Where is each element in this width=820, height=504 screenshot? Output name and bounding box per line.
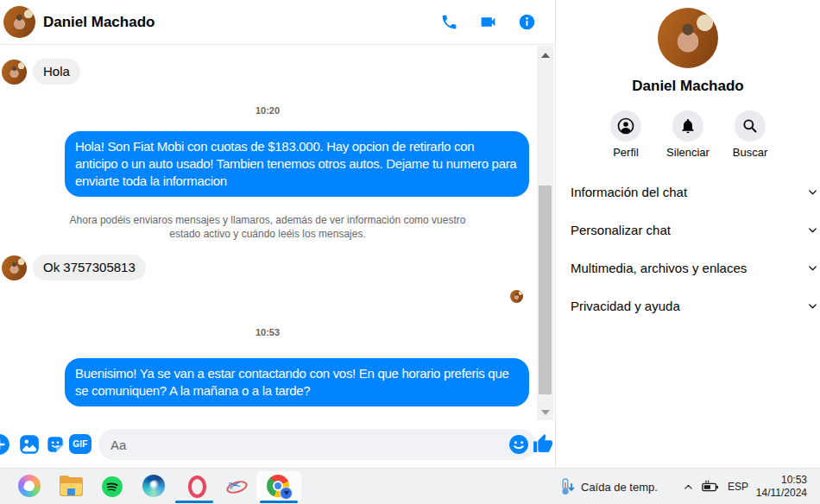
section-label: Información del chat	[571, 185, 687, 199]
profile-icon-circle	[610, 110, 641, 142]
action-label: Silenciar	[666, 146, 710, 159]
spotify-logo	[101, 476, 123, 498]
avatar	[2, 60, 27, 85]
timestamp: 10:53	[0, 327, 535, 337]
tray-time: 10:53	[781, 474, 807, 487]
chrome-logo	[267, 475, 289, 497]
action-label: Perfil	[613, 146, 639, 159]
windows-taskbar: ✂ Caída de temp. ESP 10:53 14/11/2024	[0, 468, 820, 504]
read-receipt-avatar	[510, 290, 523, 303]
chevron-down-icon	[807, 262, 818, 274]
photo-icon[interactable]	[18, 433, 41, 456]
chat-title[interactable]: Daniel Machado	[43, 14, 155, 31]
header-actions	[440, 13, 536, 31]
edge-icon[interactable]	[142, 475, 167, 499]
section-chat-info[interactable]: Información del chat	[556, 173, 820, 211]
info-icon[interactable]	[518, 13, 536, 31]
copilot-logo	[18, 475, 41, 497]
sticker-icon[interactable]	[44, 433, 66, 456]
scroll-up-arrow-icon[interactable]	[541, 53, 550, 58]
folder-window	[67, 488, 75, 495]
keyboard-language[interactable]: ESP	[728, 469, 748, 504]
snipping-logo: ✂	[225, 475, 249, 499]
message-row: Ok 3757305813	[2, 255, 146, 280]
section-customize-chat[interactable]: Personalizar chat	[556, 211, 820, 249]
mute-icon-circle	[672, 110, 703, 142]
edge-logo	[142, 475, 165, 497]
outgoing-message[interactable]: Hola! Son Fiat Mobi con cuotas de $183.0…	[65, 131, 529, 197]
tray-chevron-up-icon[interactable]	[682, 469, 695, 504]
chat-header: Daniel Machado	[0, 0, 555, 45]
search-icon	[741, 117, 759, 135]
desktop-screen: Daniel Machado Hola 10:20 Hola! Son Fiat…	[0, 0, 820, 504]
avatar	[2, 255, 27, 280]
chrome-active-indicator	[260, 501, 298, 503]
action-label: Buscar	[733, 146, 767, 159]
thumbs-up-icon[interactable]	[532, 433, 553, 455]
gif-icon[interactable]: GIF	[69, 434, 91, 454]
mute-bell-icon	[679, 117, 697, 135]
section-label: Multimedia, archivos y enlaces	[571, 261, 747, 275]
chevron-down-icon	[807, 186, 818, 198]
copilot-icon[interactable]	[18, 475, 42, 499]
message-input[interactable]	[98, 429, 536, 460]
phone-icon[interactable]	[440, 13, 458, 31]
tray-clock[interactable]: 10:53 14/11/2024	[750, 469, 807, 504]
scrollbar-thumb[interactable]	[539, 186, 552, 394]
profile-icon	[616, 117, 635, 135]
search-icon-circle	[735, 110, 766, 142]
contact-photo	[2, 255, 27, 280]
conversation-sidebar: Daniel Machado Perfil Silenciar Buscar	[556, 0, 820, 468]
search-button[interactable]: Buscar	[735, 110, 766, 159]
profile-button[interactable]: Perfil	[610, 110, 641, 159]
opera-icon[interactable]	[185, 475, 209, 499]
contact-photo	[510, 290, 523, 303]
section-label: Privacidad y ayuda	[571, 299, 680, 313]
sidebar-sections: Información del chat Personalizar chat M…	[556, 173, 820, 324]
battery-icon[interactable]	[701, 469, 720, 504]
opera-running-indicator	[175, 501, 213, 503]
weather-temperature-icon[interactable]	[557, 469, 577, 504]
chevron-down-icon	[807, 224, 818, 236]
incoming-message[interactable]: Hola	[33, 59, 80, 85]
avatar[interactable]	[658, 8, 718, 68]
folder-shape	[60, 477, 83, 496]
emoji-icon[interactable]	[508, 434, 529, 455]
file-explorer-icon[interactable]	[60, 475, 84, 499]
contact-name: Daniel Machado	[556, 78, 820, 95]
message-row: Hola	[2, 59, 80, 85]
opera-logo	[188, 476, 206, 498]
avatar[interactable]	[3, 6, 35, 38]
chevron-down-icon	[807, 300, 818, 312]
section-label: Personalizar chat	[571, 223, 671, 237]
tray-date: 14/11/2024	[756, 487, 807, 500]
snipping-tool-icon[interactable]: ✂	[225, 475, 249, 499]
contact-photo	[2, 60, 27, 85]
video-call-icon[interactable]	[479, 13, 497, 31]
thermometer-icon	[557, 476, 577, 497]
timestamp: 10:20	[0, 105, 535, 116]
outgoing-message[interactable]: Buenisimo! Ya se van a estar contactando…	[65, 358, 529, 406]
chat-pane: Daniel Machado Hola 10:20 Hola! Son Fiat…	[0, 0, 555, 468]
scroll-down-arrow-icon[interactable]	[541, 410, 550, 415]
scissors-icon: ✂	[227, 476, 243, 495]
section-media-files-links[interactable]: Multimedia, archivos y enlaces	[556, 249, 820, 287]
plus-icon[interactable]	[0, 433, 10, 456]
chrome-icon[interactable]	[267, 475, 291, 499]
message-composer: GIF	[0, 428, 555, 461]
battery-charging-icon	[701, 477, 720, 496]
chrome-badge	[280, 487, 293, 500]
weather-status-text[interactable]: Caída de temp.	[581, 469, 658, 504]
mute-button[interactable]: Silenciar	[672, 110, 703, 159]
section-privacy-help[interactable]: Privacidad y ayuda	[556, 287, 820, 324]
sidebar-actions: Perfil Silenciar Buscar	[556, 110, 820, 159]
chevron-up-icon	[682, 481, 695, 494]
contact-photo	[3, 6, 35, 38]
contact-photo	[658, 8, 718, 68]
chat-scrollbar[interactable]	[537, 46, 553, 420]
spotify-icon[interactable]	[101, 475, 125, 499]
incoming-message[interactable]: Ok 3757305813	[33, 255, 146, 280]
system-notice: Ahora podéis enviaros mensajes y llamaro…	[69, 213, 466, 241]
